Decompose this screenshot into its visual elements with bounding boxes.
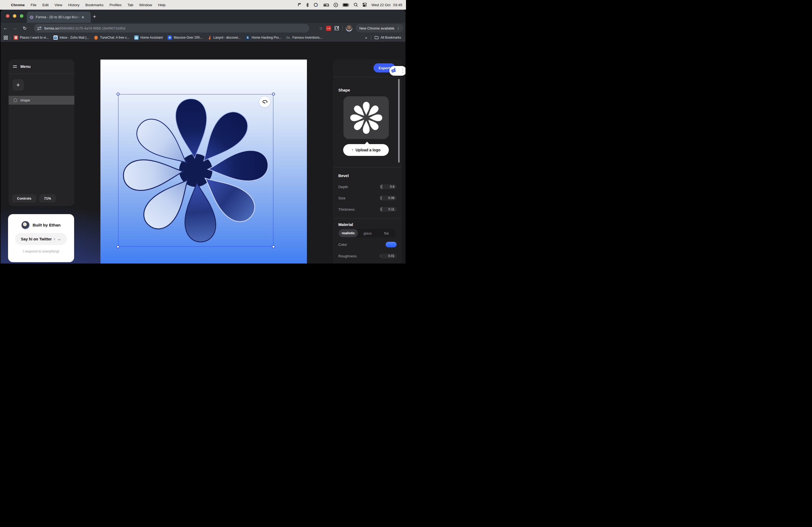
tab-close-icon[interactable]: ✕: [81, 15, 84, 19]
back-button[interactable]: ←: [1, 26, 10, 31]
site-settings-icon[interactable]: [37, 26, 42, 30]
mode-glass[interactable]: glass: [358, 231, 377, 235]
thickness-slider-row: Thickness 0.11: [338, 207, 396, 212]
menu-edit[interactable]: Edit: [40, 3, 52, 7]
size-slider[interactable]: 0.06: [380, 196, 396, 200]
mode-flat[interactable]: flat: [377, 231, 396, 235]
apps-grid-icon[interactable]: [4, 36, 8, 40]
menu-file[interactable]: File: [28, 3, 40, 7]
menu-help[interactable]: Help: [155, 3, 168, 7]
rotate-3d-button[interactable]: [259, 96, 270, 107]
shape-thumbnail[interactable]: [344, 96, 389, 139]
roughness-value: 0.01: [388, 254, 394, 258]
depth-slider[interactable]: 0.6: [380, 184, 396, 189]
toolbar-divider: [342, 26, 343, 31]
bookmark-star-icon[interactable]: ☆: [319, 26, 323, 31]
co-logo-icon: Co.: [286, 35, 291, 40]
flower-shape-icon: [350, 102, 383, 134]
color-row: Color: [338, 242, 396, 247]
chrome-update-button[interactable]: New Chrome available ⋮: [356, 24, 403, 32]
all-bookmarks-button[interactable]: All Bookmarks: [372, 36, 405, 40]
panel-divider-2: [334, 167, 401, 167]
mode-realistic[interactable]: realistic: [338, 229, 358, 237]
resize-handle-bottom-right[interactable]: [272, 245, 275, 248]
layers-sidebar: Menu + shape Controls 71%: [9, 59, 74, 206]
drag-handle-dots-icon[interactable]: [402, 69, 405, 73]
menubar-date[interactable]: Wed 22 Oct: [371, 3, 390, 7]
menu-hamburger-icon[interactable]: [13, 65, 17, 67]
bookmark-massive[interactable]: ❖ Massive Over 200...: [165, 35, 205, 40]
bookmark-tunechat[interactable]: TuneChat: A free c...: [91, 35, 132, 40]
home-assistant-icon: [134, 35, 139, 40]
menu-bookmarks[interactable]: Bookmarks: [83, 3, 106, 7]
bookmark-places[interactable]: Places I want to vi...: [11, 35, 51, 40]
bookmark-famous-inventions[interactable]: Co. Famous Inventions...: [284, 35, 325, 40]
selection-bounding-box[interactable]: [118, 94, 273, 246]
bookmark-home-hacking[interactable]: S Home Hacking Pro...: [243, 35, 284, 40]
formia-app: Menu + shape Controls 71% Built by Ethan…: [1, 42, 405, 264]
spotlight-search-icon[interactable]: [354, 3, 358, 7]
properties-panel: Export Shape ↑ Upload a logo: [333, 60, 402, 264]
letter-s-icon: S: [245, 35, 250, 40]
forward-button[interactable]: →: [10, 26, 20, 31]
menu-tab[interactable]: Tab: [125, 3, 136, 7]
author-name: Built by Ethan: [32, 223, 60, 228]
close-window-button[interactable]: [6, 14, 10, 18]
bluetooth-icon[interactable]: [306, 3, 309, 7]
diamond-grid-icon: ❖: [168, 35, 172, 40]
controls-button[interactable]: Controls: [12, 194, 36, 202]
rotate-icon: [262, 100, 268, 104]
bevel-section-title: Bevel: [338, 174, 349, 178]
sync-icon[interactable]: [314, 3, 319, 7]
zoom-level-button[interactable]: 71%: [39, 194, 56, 202]
menu-profiles[interactable]: Profiles: [106, 3, 125, 7]
typing-indicator-icon[interactable]: [297, 3, 301, 7]
menu-window[interactable]: Window: [136, 3, 155, 7]
bookmark-home-assistant[interactable]: Home Assistant: [132, 35, 165, 40]
browser-toolbar: ← → ↻ formia.so/656fe983-2c75-4a74-9856-…: [1, 23, 405, 33]
play-circle-icon[interactable]: [334, 3, 338, 7]
profile-avatar[interactable]: [346, 25, 352, 31]
bookmarks-bar: Places I want to vi... Inbox - Zoho Mail…: [1, 33, 405, 42]
more-menu-icon[interactable]: ⋮: [396, 26, 400, 30]
upload-arrow-icon: ↑: [351, 148, 353, 152]
roughness-slider-row: Roughness 0.01: [338, 253, 396, 259]
color-swatch[interactable]: [386, 242, 396, 247]
control-center-icon[interactable]: [362, 3, 367, 7]
resize-handle-top-left[interactable]: [117, 93, 119, 95]
address-bar[interactable]: formia.so/656fe983-2c75-4a74-9856-18e990…: [34, 24, 309, 32]
add-layer-button[interactable]: +: [12, 79, 24, 91]
upload-logo-button[interactable]: ↑ Upload a logo: [343, 144, 389, 156]
roughness-slider[interactable]: 0.01: [380, 254, 396, 258]
resize-handle-bottom-left[interactable]: [117, 245, 119, 248]
design-canvas[interactable]: [100, 60, 307, 264]
layer-item-shape[interactable]: shape: [9, 96, 74, 105]
thickness-slider[interactable]: 0.11: [380, 207, 396, 212]
bookmark-label: Places I want to vi...: [20, 36, 48, 40]
bed-icon[interactable]: [323, 3, 329, 7]
bookmark-label: Massive Over 200...: [174, 36, 202, 40]
bookmark-zoho-mail[interactable]: Inbox - Zoho Mail (...: [51, 35, 91, 40]
menu-history[interactable]: History: [65, 3, 83, 7]
menu-view[interactable]: View: [52, 3, 65, 7]
new-tab-button[interactable]: +: [93, 14, 96, 19]
twitter-x-suffix: x: [54, 237, 55, 241]
resize-handle-top-right[interactable]: [272, 93, 275, 95]
reload-button[interactable]: ↻: [20, 26, 30, 31]
tab-formia[interactable]: Formia - 2D to 3D Logo Maker ✕: [27, 12, 91, 23]
bookmarks-overflow-icon[interactable]: »: [362, 36, 370, 40]
bookmark-label: Home Assistant: [141, 36, 163, 40]
lastpass-extension-icon[interactable]: •••|: [326, 26, 331, 31]
zoom-window-button[interactable]: [20, 14, 23, 18]
twitter-cta-button[interactable]: Say hi on Twitter x →: [15, 233, 67, 245]
bookmark-lanyrd[interactable]: Lanyrd - discover...: [205, 35, 243, 40]
extensions-puzzle-icon[interactable]: [334, 26, 339, 31]
battery-icon[interactable]: [343, 3, 349, 7]
floating-widget-pill[interactable]: [389, 66, 405, 76]
menu-chrome[interactable]: Chrome: [8, 3, 28, 7]
panel-scrollbar[interactable]: [398, 79, 400, 163]
minimize-window-button[interactable]: [13, 14, 16, 18]
roughness-label: Roughness: [338, 254, 357, 258]
sidebar-menu-title: Menu: [20, 64, 31, 69]
bookmarks-divider: [10, 35, 10, 40]
